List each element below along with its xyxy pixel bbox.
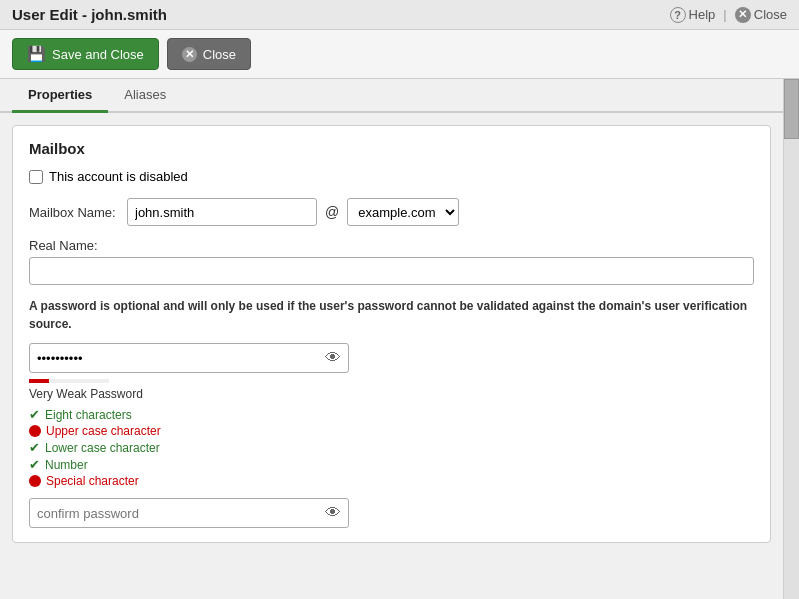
mailbox-name-row: Mailbox Name: @ example.com: [29, 198, 754, 226]
rule-number-label: Number: [45, 458, 88, 472]
password-field-wrap: 👁: [29, 343, 349, 373]
real-name-input[interactable]: [29, 257, 754, 285]
rule-eight-chars-icon: ✔: [29, 407, 40, 422]
close-button[interactable]: ✕ Close: [167, 38, 251, 70]
mailbox-name-label: Mailbox Name:: [29, 205, 119, 220]
at-symbol: @: [325, 204, 339, 220]
help-link[interactable]: ? Help: [670, 7, 716, 23]
rule-lower-case-icon: ✔: [29, 440, 40, 455]
password-input[interactable]: [29, 343, 349, 373]
toolbar: 💾 Save and Close ✕ Close: [0, 30, 799, 79]
rule-upper-case-icon: [29, 425, 41, 437]
main-window: User Edit - john.smith ? Help | ✕ Close …: [0, 0, 799, 599]
close-x-icon: ✕: [735, 7, 751, 23]
window-title: User Edit - john.smith: [12, 6, 167, 23]
strength-bar-wrap: [29, 379, 109, 383]
save-disk-icon: 💾: [27, 45, 46, 63]
disabled-account-row: This account is disabled: [29, 169, 754, 184]
tab-aliases[interactable]: Aliases: [108, 79, 182, 113]
confirm-password-eye-icon[interactable]: 👁: [325, 504, 341, 522]
mailbox-section-title: Mailbox: [29, 140, 754, 157]
help-icon: ?: [670, 7, 686, 23]
rule-lower-case: ✔ Lower case character: [29, 440, 754, 455]
rule-upper-case-label: Upper case character: [46, 424, 161, 438]
password-rules-list: ✔ Eight characters Upper case character …: [29, 407, 754, 488]
content-area: Properties Aliases Mailbox This account …: [0, 79, 783, 599]
window-close-link[interactable]: ✕ Close: [735, 7, 787, 23]
scrollbar-track: [783, 79, 799, 599]
rule-upper-case: Upper case character: [29, 424, 754, 438]
tab-properties[interactable]: Properties: [12, 79, 108, 113]
password-eye-icon[interactable]: 👁: [325, 349, 341, 367]
rule-special-char-icon: [29, 475, 41, 487]
main-content: Properties Aliases Mailbox This account …: [0, 79, 799, 599]
divider: |: [723, 7, 726, 22]
password-note: A password is optional and will only be …: [29, 297, 754, 333]
rule-number-icon: ✔: [29, 457, 40, 472]
rule-eight-chars: ✔ Eight characters: [29, 407, 754, 422]
scrollbar-thumb[interactable]: [784, 79, 799, 139]
close-button-icon: ✕: [182, 47, 197, 62]
rule-eight-chars-label: Eight characters: [45, 408, 132, 422]
mailbox-section: Mailbox This account is disabled Mailbox…: [12, 125, 771, 543]
real-name-row: Real Name:: [29, 238, 754, 285]
title-bar-actions: ? Help | ✕ Close: [670, 7, 787, 23]
confirm-password-input[interactable]: [29, 498, 349, 528]
rule-special-char-label: Special character: [46, 474, 139, 488]
rule-number: ✔ Number: [29, 457, 754, 472]
rule-lower-case-label: Lower case character: [45, 441, 160, 455]
strength-label: Very Weak Password: [29, 387, 754, 401]
disabled-account-label: This account is disabled: [49, 169, 188, 184]
rule-special-char: Special character: [29, 474, 754, 488]
real-name-label: Real Name:: [29, 238, 754, 253]
disabled-account-checkbox[interactable]: [29, 170, 43, 184]
strength-bar: [29, 379, 49, 383]
domain-select[interactable]: example.com: [347, 198, 459, 226]
mailbox-name-input[interactable]: [127, 198, 317, 226]
save-and-close-button[interactable]: 💾 Save and Close: [12, 38, 159, 70]
confirm-password-wrap: 👁: [29, 498, 349, 528]
title-bar: User Edit - john.smith ? Help | ✕ Close: [0, 0, 799, 30]
tab-bar: Properties Aliases: [0, 79, 783, 113]
